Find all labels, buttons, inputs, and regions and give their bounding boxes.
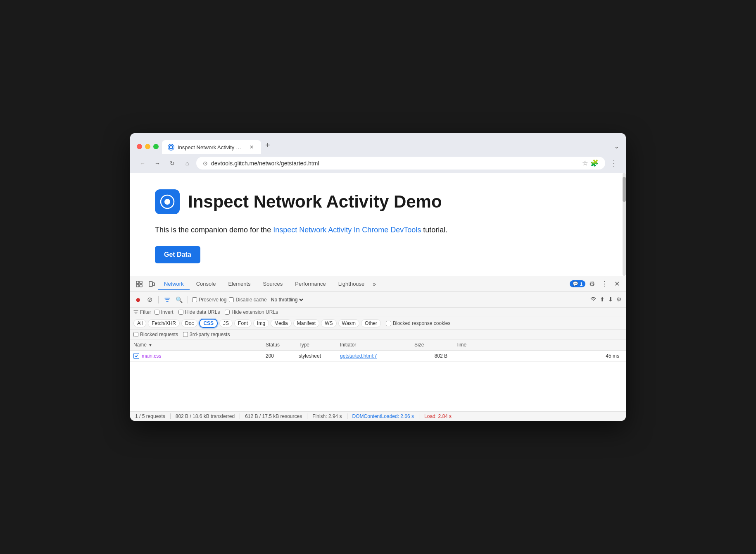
security-icon: ⊙	[203, 160, 208, 167]
maximize-button[interactable]	[153, 144, 159, 149]
type-btn-img[interactable]: Img	[253, 319, 269, 327]
device-mode-button[interactable]	[146, 278, 157, 290]
filter-label-area: Filter	[133, 309, 151, 315]
status-finish: Finish: 2.94 s	[307, 413, 347, 419]
forward-button[interactable]: →	[152, 158, 163, 169]
status-bar: 1 / 5 requests 802 B / 18.6 kB transferr…	[130, 411, 626, 421]
invert-checkbox[interactable]	[155, 310, 159, 315]
blocked-requests-checkbox[interactable]	[133, 332, 138, 337]
tab-close-button[interactable]: ✕	[248, 143, 255, 151]
type-filter-row: All Fetch/XHR Doc CSS JS Font Img Media …	[130, 317, 626, 330]
type-btn-doc[interactable]: Doc	[181, 319, 197, 327]
blocked-response-cookies-checkbox[interactable]	[386, 321, 391, 326]
tab-network[interactable]: Network	[158, 278, 190, 290]
svg-rect-5	[140, 281, 142, 284]
network-right-icons: ⬆ ⬇ ⚙	[589, 295, 623, 304]
reload-icon: ↻	[170, 160, 175, 167]
table-row[interactable]: main.css 200 stylesheet getstarted.html:…	[130, 351, 626, 362]
wifi-icon[interactable]	[589, 295, 597, 304]
type-btn-manifest[interactable]: Manifest	[293, 319, 319, 327]
tab-sources[interactable]: Sources	[257, 278, 289, 290]
blocked-requests-label: Blocked requests	[140, 332, 178, 337]
filter-toggle-button[interactable]	[163, 295, 172, 304]
filter-checkboxes: Invert Hide data URLs Hide extension URL…	[155, 309, 278, 315]
hide-data-urls-checkbox[interactable]	[178, 310, 183, 315]
network-table: Name ▼ Status Type Initiator Size Time	[130, 339, 626, 411]
td-type: stylesheet	[299, 353, 340, 359]
hide-extension-urls-label: Hide extension URLs	[231, 309, 278, 315]
more-tabs-button[interactable]: »	[371, 281, 378, 287]
type-btn-wasm[interactable]: Wasm	[338, 319, 360, 327]
blocked-response-cookies-label: Blocked response cookies	[393, 320, 450, 326]
tab-bar: Inspect Network Activity Dem ✕ +	[162, 137, 611, 154]
tab-elements[interactable]: Elements	[222, 278, 256, 290]
type-btn-css[interactable]: CSS	[199, 319, 218, 328]
url-text: devtools.glitch.me/network/getstarted.ht…	[211, 160, 579, 167]
download-icon[interactable]: ⬇	[607, 295, 614, 304]
badge-icon: 💬	[573, 281, 578, 287]
type-btn-fetch-xhr[interactable]: Fetch/XHR	[148, 319, 180, 327]
invert-label: Invert	[161, 309, 174, 315]
td-time: 45 ms	[456, 353, 623, 359]
devtools-tabs: Network Console Elements Sources Perform…	[130, 276, 626, 292]
separator-2	[188, 296, 188, 303]
svg-rect-4	[136, 281, 139, 284]
type-btn-all[interactable]: All	[133, 319, 146, 327]
tab-dropdown-button[interactable]: ⌄	[614, 142, 619, 154]
clear-button[interactable]: ⊘	[145, 295, 154, 304]
home-icon: ⌂	[185, 160, 189, 167]
type-btn-font[interactable]: Font	[234, 319, 252, 327]
title-bar: Inspect Network Activity Dem ✕ + ⌄	[130, 133, 626, 154]
empty-table-space	[130, 362, 626, 411]
search-button[interactable]: 🔍	[174, 295, 183, 304]
type-btn-ws[interactable]: WS	[321, 319, 336, 327]
record-button[interactable]: ⏺	[133, 295, 143, 304]
reload-button[interactable]: ↻	[166, 158, 178, 169]
page-logo	[155, 189, 180, 214]
sort-icon[interactable]: ▼	[148, 343, 152, 347]
disable-cache-checkbox[interactable]	[229, 297, 234, 302]
th-type: Type	[299, 342, 340, 348]
upload-icon[interactable]: ⬆	[599, 295, 606, 304]
console-badge[interactable]: 💬 1	[570, 280, 585, 287]
back-button[interactable]: ←	[137, 158, 148, 169]
preserve-log-checkbox[interactable]	[192, 297, 197, 302]
browser-menu-button[interactable]: ⋮	[609, 157, 619, 170]
bookmark-icon[interactable]: ☆	[582, 159, 588, 167]
active-tab[interactable]: Inspect Network Activity Dem ✕	[162, 140, 261, 154]
tab-console[interactable]: Console	[190, 278, 222, 290]
hide-extension-urls-checkbox[interactable]	[225, 310, 230, 315]
type-btn-js[interactable]: JS	[219, 319, 233, 327]
status-transferred: 802 B / 18.6 kB transferred	[171, 413, 240, 419]
subtitle-link[interactable]: Inspect Network Activity In Chrome DevTo…	[273, 226, 423, 234]
tab-lighthouse[interactable]: Lighthouse	[333, 278, 371, 290]
throttle-select[interactable]: No throttling Fast 3G Slow 3G Offline	[269, 296, 304, 303]
svg-rect-7	[140, 284, 142, 287]
get-data-button[interactable]: Get Data	[155, 246, 200, 263]
extensions-icon[interactable]: 🧩	[590, 159, 599, 167]
type-btn-media[interactable]: Media	[271, 319, 292, 327]
separator-1	[158, 296, 159, 303]
minimize-button[interactable]	[145, 144, 150, 149]
devtools-close-button[interactable]: ✕	[611, 278, 623, 290]
type-btn-other[interactable]: Other	[361, 319, 381, 327]
tab-performance[interactable]: Performance	[289, 278, 331, 290]
close-button[interactable]	[137, 144, 142, 149]
td-initiator[interactable]: getstarted.html:7	[340, 353, 414, 359]
file-icon	[133, 353, 139, 359]
preserve-log-label: Preserve log	[199, 297, 226, 303]
address-input-area[interactable]: ⊙ devtools.glitch.me/network/getstarted.…	[196, 157, 605, 170]
page-scrollbar[interactable]	[623, 173, 626, 276]
blocked-row: Blocked requests 3rd-party requests	[130, 330, 626, 339]
filter-row: Filter Invert Hide data URLs Hide extens…	[130, 308, 626, 317]
scrollbar-thumb[interactable]	[623, 177, 626, 202]
filter-icon	[133, 310, 138, 315]
page-scroll-area: Inspect Network Activity Demo This is th…	[130, 173, 626, 276]
inspector-toggle-button[interactable]	[133, 278, 145, 290]
devtools-more-button[interactable]: ⋮	[599, 278, 610, 290]
network-settings-icon[interactable]: ⚙	[616, 295, 623, 304]
third-party-requests-checkbox[interactable]	[183, 332, 188, 337]
home-button[interactable]: ⌂	[181, 158, 193, 169]
new-tab-button[interactable]: +	[261, 137, 274, 154]
devtools-settings-button[interactable]: ⚙	[586, 278, 598, 290]
